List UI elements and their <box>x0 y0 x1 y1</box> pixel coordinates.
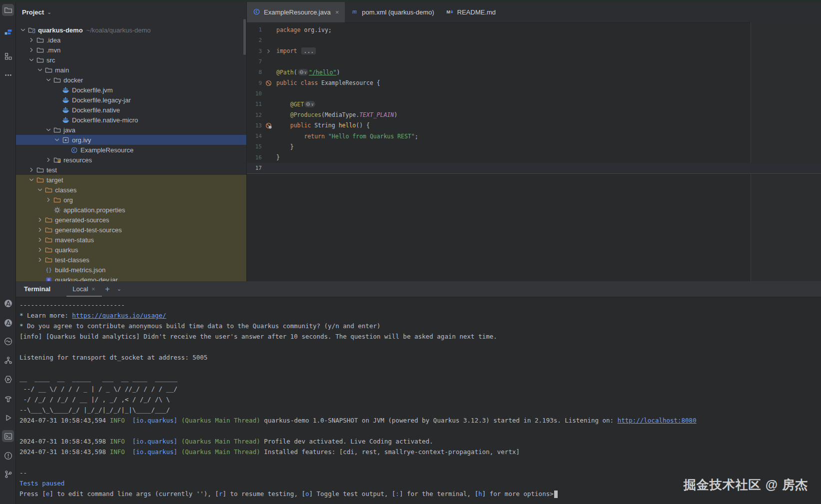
gutter: 14 <box>247 133 274 139</box>
tree-row-.idea[interactable]: .idea <box>16 35 246 45</box>
tree-row-resources[interactable]: resources <box>16 155 246 165</box>
code-line-9[interactable]: 9public class ExampleResource { <box>247 77 821 88</box>
rest-endpoint-inlay-icon[interactable]: ∨ <box>298 69 308 75</box>
chevron-right-icon[interactable] <box>36 256 44 264</box>
tree-row-generated-sources[interactable]: generated-sources <box>16 215 246 225</box>
editor-body[interactable]: 1package org.ivy;23import ...78@Path(∨"/… <box>247 22 821 281</box>
tree-row-test[interactable]: test <box>16 165 246 175</box>
code-line-8[interactable]: 8@Path(∨"/hello") <box>247 67 821 77</box>
activity-button-endpoints-wave[interactable] <box>2 335 14 347</box>
chevron-down-icon[interactable] <box>27 176 35 184</box>
tree-row-org[interactable]: org <box>16 195 246 205</box>
tree-row-target[interactable]: target <box>16 175 246 185</box>
activity-button-version-control[interactable] <box>2 468 14 480</box>
code-line-11[interactable]: 11 @GET∨ <box>247 99 821 109</box>
tree-row-org.ivy[interactable]: org.ivy <box>16 135 246 145</box>
terminal-options-chevron-icon[interactable]: ⌄ <box>117 286 121 292</box>
chevron-right-icon[interactable] <box>36 216 44 224</box>
terminal-link[interactable]: http://localhost:8080 <box>618 417 697 424</box>
new-terminal-button[interactable]: + <box>105 285 109 294</box>
terminal-tab-local[interactable]: Local × <box>70 281 97 297</box>
chevron-down-icon[interactable] <box>19 26 27 34</box>
tree-row-application.properties[interactable]: application.properties <box>16 205 246 215</box>
close-icon[interactable]: × <box>91 286 95 293</box>
tree-row-.mvn[interactable]: .mvn <box>16 45 246 55</box>
chevron-right-icon[interactable] <box>27 166 35 174</box>
tree-row-quarkus-demo-dev.jar[interactable]: quarkus-demo-dev.jar <box>16 275 246 281</box>
terminal-title: Terminal <box>24 285 50 293</box>
chevron-down-icon[interactable] <box>36 186 44 194</box>
code-line-12[interactable]: 12 @Produces(MediaType.TEXT_PLAIN) <box>247 109 821 120</box>
tree-row-Dockerfile.native-micro[interactable]: Dockerfile.native-micro <box>16 115 246 125</box>
chevron-down-icon[interactable] <box>27 56 35 64</box>
rest-endpoint-inlay-icon[interactable]: ∨ <box>304 101 315 107</box>
terminal-line: * Learn more: https://quarkus.io/usage/ <box>19 310 821 321</box>
tree-row-Dockerfile.legacy-jar[interactable]: Dockerfile.legacy-jar <box>16 95 246 105</box>
activity-button-beans-share[interactable] <box>2 354 14 366</box>
activity-button-more[interactable] <box>2 69 14 81</box>
terminal-link[interactable]: https://quarkus.io/usage/ <box>72 312 166 319</box>
code-line-14[interactable]: 14 return "Hello from Quarkus REST"; <box>247 131 821 141</box>
chevron-down-icon[interactable] <box>44 76 52 84</box>
activity-button-ansible-a[interactable] <box>2 297 14 309</box>
tree-row-generated-test-sources[interactable]: generated-test-sources <box>16 225 246 235</box>
chevron-right-icon[interactable] <box>36 226 44 234</box>
chevron-right-icon[interactable] <box>36 236 44 244</box>
code-line-16[interactable]: 16} <box>247 152 821 163</box>
code-line-1[interactable]: 1package org.ivy; <box>247 24 821 35</box>
code-line-2[interactable]: 2 <box>247 35 821 45</box>
activity-button-terminal[interactable] <box>2 430 14 442</box>
tree-row-maven-status[interactable]: maven-status <box>16 235 246 245</box>
tree-root-path: ~/koala/quarkus-demo <box>86 26 151 34</box>
chevron-right-icon[interactable] <box>44 196 52 204</box>
chevron-right-icon[interactable] <box>44 156 52 164</box>
chevron-right-icon[interactable] <box>27 46 35 54</box>
noentryg-icon[interactable] <box>263 122 273 129</box>
tree-row-classes[interactable]: classes <box>16 185 246 195</box>
tree-row-src[interactable]: src <box>16 55 246 65</box>
tree-row-quarkus-demo[interactable]: quarkus-demo~/koala/quarkus-demo <box>16 25 246 35</box>
activity-button-build-hammer[interactable] <box>2 393 14 405</box>
code-line-3[interactable]: 3import ... <box>247 46 821 56</box>
activity-button-blue-plugin[interactable] <box>2 26 14 38</box>
tree-row-Dockerfile.jvm[interactable]: Dockerfile.jvm <box>16 85 246 95</box>
editor-tab-pom.xml (quarkus-demo)[interactable]: mpom.xml (quarkus-demo) <box>345 2 440 22</box>
tree-indent <box>53 116 61 124</box>
activity-button-services-hexagon[interactable] <box>2 373 14 385</box>
activity-button-structure[interactable] <box>2 50 14 62</box>
gutter: 11 <box>247 101 274 107</box>
chevron-down-icon[interactable] <box>53 136 61 144</box>
activity-button-project-folder[interactable] <box>2 4 14 16</box>
tree-row-build-metrics.json[interactable]: {}build-metrics.json <box>16 265 246 275</box>
activity-button-ansible-a2[interactable] <box>2 317 14 329</box>
tree-row-quarkus[interactable]: quarkus <box>16 245 246 255</box>
activity-button-problems[interactable] <box>2 450 14 462</box>
activity-button-run-play[interactable] <box>2 412 14 424</box>
terminal-output[interactable]: ----------------------------* Learn more… <box>19 300 821 504</box>
code-line-10[interactable]: 10 <box>247 88 821 99</box>
close-icon[interactable]: × <box>335 8 339 16</box>
chevron-right-icon[interactable] <box>27 36 35 44</box>
foldchev-icon[interactable] <box>263 48 273 54</box>
tree-row-main[interactable]: main <box>16 65 246 75</box>
tree-row-ExampleResource[interactable]: CExampleResource <box>16 145 246 155</box>
gutter: 16 <box>247 154 274 161</box>
editor-tab-ExampleResource.java[interactable]: CExampleResource.java× <box>247 2 345 22</box>
chevron-down-icon[interactable] <box>44 126 52 134</box>
tree-row-java[interactable]: java <box>16 125 246 135</box>
project-panel-header[interactable]: Project ⌄ <box>16 2 246 22</box>
tab-label: pom.xml (quarkus-demo) <box>362 8 434 16</box>
code-line-13[interactable]: 13 public String hello() { <box>247 120 821 131</box>
code-line-7[interactable]: 7 <box>247 56 821 67</box>
tree-label: generated-sources <box>55 216 109 224</box>
project-scrollbar[interactable] <box>243 19 246 55</box>
editor-tab-README.md[interactable]: MREADME.md <box>440 2 502 22</box>
tree-row-docker[interactable]: docker <box>16 75 246 85</box>
code-line-15[interactable]: 15 } <box>247 141 821 152</box>
noentry-icon[interactable] <box>263 80 273 86</box>
tree-row-Dockerfile.native[interactable]: Dockerfile.native <box>16 105 246 115</box>
chevron-right-icon[interactable] <box>36 246 44 254</box>
tree-row-test-classes[interactable]: test-classes <box>16 255 246 265</box>
code-line-17[interactable]: 17 <box>247 163 821 174</box>
chevron-down-icon[interactable] <box>36 66 44 74</box>
